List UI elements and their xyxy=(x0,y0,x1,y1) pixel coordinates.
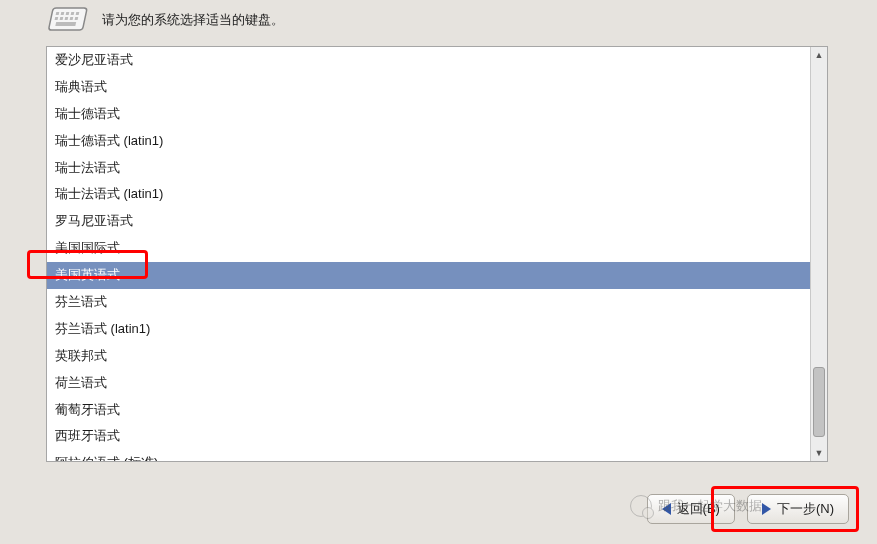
svg-rect-3 xyxy=(66,12,70,15)
svg-rect-1 xyxy=(56,12,60,15)
scrollbar[interactable]: ▲ ▼ xyxy=(810,47,827,461)
arrow-right-icon xyxy=(762,503,771,515)
scroll-thumb[interactable] xyxy=(813,367,825,437)
list-item[interactable]: 爱沙尼亚语式 xyxy=(47,47,810,74)
svg-rect-9 xyxy=(70,17,74,20)
svg-rect-0 xyxy=(48,8,87,30)
scroll-down-icon[interactable]: ▼ xyxy=(811,445,827,461)
svg-rect-11 xyxy=(55,22,76,26)
list-item[interactable]: 瑞士法语式 (latin1) xyxy=(47,181,810,208)
svg-rect-6 xyxy=(55,17,59,20)
list-item[interactable]: 美国国际式 xyxy=(47,235,810,262)
list-item[interactable]: 罗马尼亚语式 xyxy=(47,208,810,235)
list-item[interactable]: 瑞士法语式 xyxy=(47,155,810,182)
list-item[interactable]: 西班牙语式 xyxy=(47,423,810,450)
svg-rect-2 xyxy=(61,12,65,15)
list-item[interactable]: 葡萄牙语式 xyxy=(47,397,810,424)
svg-rect-4 xyxy=(71,12,75,15)
back-button[interactable]: 返回(B) xyxy=(647,494,735,524)
back-button-label: 返回(B) xyxy=(677,500,720,518)
list-item[interactable]: 英联邦式 xyxy=(47,343,810,370)
keyboard-list[interactable]: 爱沙尼亚语式瑞典语式瑞士德语式瑞士德语式 (latin1)瑞士法语式瑞士法语式 … xyxy=(47,47,810,461)
list-item[interactable]: 瑞士德语式 xyxy=(47,101,810,128)
list-item[interactable]: 美国英语式 xyxy=(47,262,810,289)
keyboard-list-container: 爱沙尼亚语式瑞典语式瑞士德语式瑞士德语式 (latin1)瑞士法语式瑞士法语式 … xyxy=(46,46,828,462)
svg-rect-5 xyxy=(76,12,80,15)
list-item[interactable]: 荷兰语式 xyxy=(47,370,810,397)
next-button[interactable]: 下一步(N) xyxy=(747,494,849,524)
svg-rect-8 xyxy=(65,17,69,20)
next-button-label: 下一步(N) xyxy=(777,500,834,518)
button-bar: 返回(B) 下一步(N) xyxy=(647,494,849,524)
svg-rect-10 xyxy=(75,17,79,20)
arrow-left-icon xyxy=(662,503,671,515)
scroll-up-icon[interactable]: ▲ xyxy=(811,47,827,63)
list-item[interactable]: 瑞典语式 xyxy=(47,74,810,101)
instruction-text: 请为您的系统选择适当的键盘。 xyxy=(102,11,284,29)
list-item[interactable]: 瑞士德语式 (latin1) xyxy=(47,128,810,155)
list-item[interactable]: 芬兰语式 (latin1) xyxy=(47,316,810,343)
keyboard-icon xyxy=(46,4,88,36)
header: 请为您的系统选择适当的键盘。 xyxy=(0,0,877,46)
list-item[interactable]: 阿拉伯语式 (标准) xyxy=(47,450,810,461)
svg-rect-7 xyxy=(60,17,64,20)
list-item[interactable]: 芬兰语式 xyxy=(47,289,810,316)
